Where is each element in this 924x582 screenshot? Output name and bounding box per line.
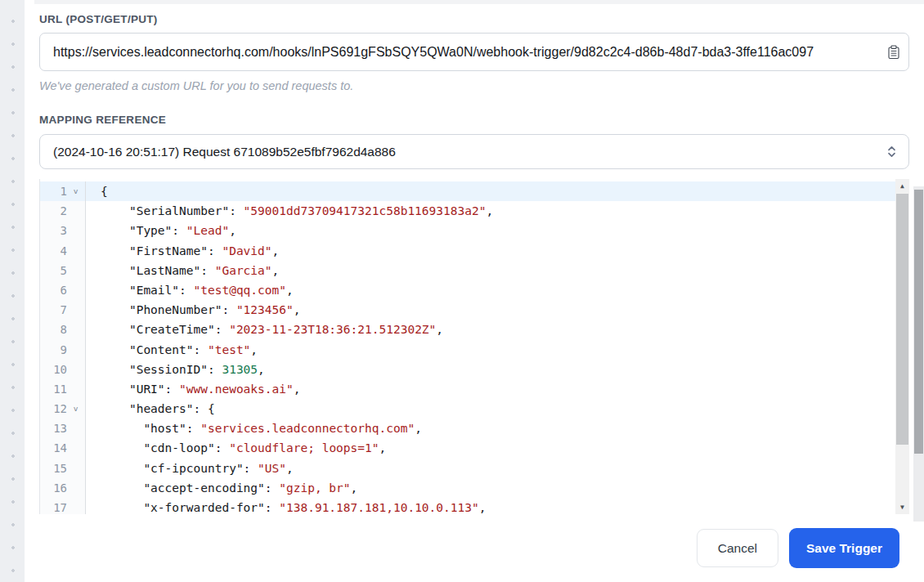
code-line[interactable]: 4 "FirstName": "David", (40, 241, 895, 261)
mapping-reference-label: MAPPING REFERENCE (39, 114, 909, 126)
code-line[interactable]: 3 "Type": "Lead", (40, 221, 895, 240)
line-number: 15 (40, 459, 67, 478)
url-label: URL (POST/GET/PUT) (39, 13, 909, 25)
code-line-text: "headers": { (86, 399, 895, 419)
code-line-text: "FirstName": "David", (86, 241, 895, 261)
code-line-text: { (86, 181, 895, 201)
line-number: 2 (40, 201, 67, 221)
panel-top-edge (34, 0, 924, 4)
gutter-cell: 8 (40, 320, 86, 339)
gutter-cell: 7 (40, 300, 86, 320)
url-helper-text: We've generated a custom URL for you to … (39, 79, 909, 92)
line-number: 5 (40, 261, 67, 280)
panel-scrollbar[interactable] (913, 186, 924, 522)
code-line[interactable]: 8 "CreateTime": "2023-11-23T18:36:21.512… (40, 320, 895, 339)
line-number: 4 (40, 241, 67, 261)
editor-scrollbar-thumb[interactable] (896, 194, 908, 445)
editor-scrollbar[interactable]: ▲ ▼ (895, 179, 909, 514)
code-line-text: "Email": "test@qq.com", (86, 280, 895, 300)
line-number: 8 (40, 320, 67, 339)
json-code-editor[interactable]: 1v{2 "SerialNumber": "59001dd73709417321… (39, 179, 909, 514)
code-line-text: "host": "services.leadconnectorhq.com", (86, 419, 895, 438)
line-number: 16 (40, 478, 67, 498)
code-line[interactable]: 11 "URI": "www.newoaks.ai", (40, 379, 895, 399)
webhook-trigger-panel: URL (POST/GET/PUT) https://services.lead… (25, 0, 924, 568)
code-line[interactable]: 2 "SerialNumber": "59001dd73709417321c58… (40, 201, 895, 221)
code-line-text: "SerialNumber": "59001dd73709417321c58b1… (86, 201, 895, 221)
gutter-cell: 14 (40, 438, 86, 458)
gutter-cell: 3 (40, 221, 86, 240)
code-lines: 1v{2 "SerialNumber": "59001dd73709417321… (40, 179, 895, 514)
line-number: 14 (40, 438, 67, 458)
footer-actions: Cancel Save Trigger (39, 528, 909, 568)
code-line-text: "CreateTime": "2023-11-23T18:36:21.51230… (86, 320, 895, 339)
webhook-url-field[interactable]: https://services.leadconnectorhq.com/hoo… (39, 33, 909, 71)
gutter-cell: 11 (40, 379, 86, 399)
gutter-cell: 13 (40, 419, 86, 438)
gutter-cell: 10 (40, 360, 86, 379)
code-line[interactable]: 10 "SessionID": 31305, (40, 360, 895, 379)
code-line[interactable]: 17 "x-forwarded-for": "138.91.187.181,10… (40, 498, 895, 514)
mapping-reference-select[interactable]: (2024-10-16 20:51:17) Request 671089b52e… (39, 134, 909, 169)
line-number: 11 (40, 379, 67, 399)
gutter-cell: 17 (40, 498, 86, 514)
gutter-cell: 16 (40, 478, 86, 498)
code-line[interactable]: 5 "LastName": "Garcia", (40, 261, 895, 280)
code-line-text: "cdn-loop": "cloudflare; loops=1", (86, 438, 895, 458)
code-line[interactable]: 7 "PhoneNumber": "123456", (40, 300, 895, 320)
code-line[interactable]: 6 "Email": "test@qq.com", (40, 280, 895, 300)
code-line[interactable]: 12v "headers": { (40, 399, 895, 419)
line-number: 6 (40, 280, 67, 300)
webhook-url-value: https://services.leadconnectorhq.com/hoo… (53, 45, 886, 60)
gutter-cell: 4 (40, 241, 86, 261)
line-number: 7 (40, 300, 67, 320)
code-line-text: "URI": "www.newoaks.ai", (86, 379, 895, 399)
code-line[interactable]: 1v{ (40, 181, 895, 201)
code-line[interactable]: 9 "Content": "test", (40, 340, 895, 360)
gutter-cell: 1v (40, 181, 86, 201)
gutter-cell: 12v (40, 399, 86, 419)
code-line[interactable]: 14 "cdn-loop": "cloudflare; loops=1", (40, 438, 895, 458)
line-number: 13 (40, 419, 67, 438)
code-line[interactable]: 15 "cf-ipcountry": "US", (40, 459, 895, 478)
code-line-text: "x-forwarded-for": "138.91.187.181,10.10… (86, 498, 895, 514)
fold-arrow-icon[interactable]: v (67, 181, 84, 201)
canvas-dot-background (0, 0, 25, 582)
scroll-down-icon[interactable]: ▼ (895, 500, 909, 514)
code-line[interactable]: 16 "accept-encoding": "gzip, br", (40, 478, 895, 498)
gutter-cell: 5 (40, 261, 86, 280)
gutter-cell: 15 (40, 459, 86, 478)
mapping-reference-selected-value: (2024-10-16 20:51:17) Request 671089b52e… (53, 145, 396, 159)
select-chevrons-icon (886, 145, 898, 159)
line-number: 10 (40, 360, 67, 379)
code-line-text: "PhoneNumber": "123456", (86, 300, 895, 320)
gutter-cell: 6 (40, 280, 86, 300)
code-line-text: "Type": "Lead", (86, 221, 895, 240)
code-line-text: "accept-encoding": "gzip, br", (86, 478, 895, 498)
gutter-cell: 2 (40, 201, 86, 221)
line-number: 9 (40, 340, 67, 360)
scroll-up-icon[interactable]: ▲ (895, 179, 909, 193)
gutter-cell: 9 (40, 340, 86, 360)
fold-arrow-icon[interactable]: v (67, 399, 84, 419)
line-number: 17 (40, 498, 67, 514)
save-trigger-button[interactable]: Save Trigger (789, 528, 899, 568)
code-line[interactable]: 13 "host": "services.leadconnectorhq.com… (40, 419, 895, 438)
line-number: 1 (40, 181, 67, 201)
panel-scrollbar-thumb[interactable] (914, 190, 923, 454)
code-line-text: "cf-ipcountry": "US", (86, 459, 895, 478)
code-line-text: "SessionID": 31305, (86, 360, 895, 379)
clipboard-icon[interactable] (886, 43, 902, 61)
line-number: 12 (40, 399, 67, 419)
code-line-text: "LastName": "Garcia", (86, 261, 895, 280)
cancel-button[interactable]: Cancel (697, 529, 778, 567)
line-number: 3 (40, 221, 67, 240)
code-line-text: "Content": "test", (86, 340, 895, 360)
